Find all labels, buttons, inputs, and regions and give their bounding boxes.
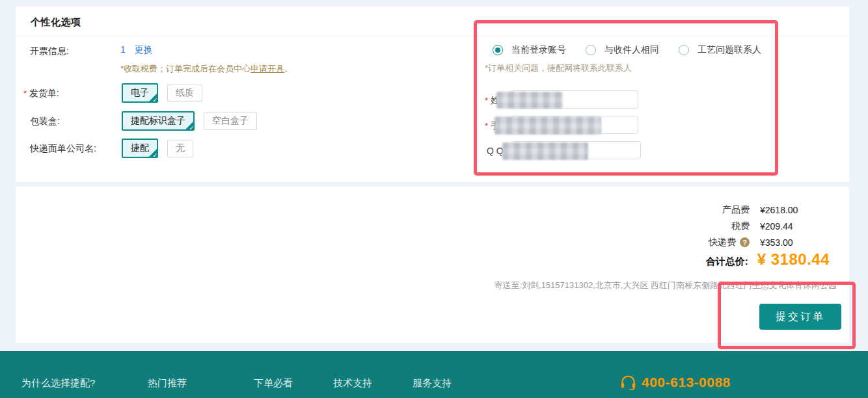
fee-label: 产品费 (622, 204, 750, 216)
checkout-page: 个性化选项 开票信息: 1更换 *收取税费；订单完成后在会员中心申请开具。 *发… (0, 0, 868, 398)
footer: 为什么选择捷配? 热门推荐 下单必看 技术支持 服务支持 400-613-008… (0, 351, 868, 398)
fee-list: 产品费 ¥2618.00 税费 ¥209.44 快递费 ? ¥353.00 (622, 202, 817, 250)
radio-label: 当前登录账号 (511, 44, 566, 56)
total-row: 合计总价: ¥ 3180.44 (706, 250, 830, 269)
submit-order-button[interactable]: 提交订单 (759, 304, 841, 330)
chip-label: 纸质 (176, 87, 194, 99)
radio-same-as-recipient[interactable]: 与收件人相同 (586, 44, 659, 56)
shipping-address: 寄送至:刘剑,15157131302,北京市,大兴区 西红门南桥东侧路北西红门生… (494, 280, 837, 291)
chip-label: 捷配 (131, 142, 149, 154)
radio-current-account[interactable]: 当前登录账号 (493, 44, 566, 56)
footer-link-why-jiepei[interactable]: 为什么选择捷配? (21, 377, 95, 390)
apply-invoice-link[interactable]: 申请开具 (251, 64, 284, 73)
headset-icon (620, 375, 636, 390)
shipping-slip-options: 电子 ✓ 纸质 (122, 83, 202, 103)
chip-label: 捷配标识盒子 (131, 115, 185, 127)
blurred-value (496, 92, 563, 109)
footer-link-order-must-read[interactable]: 下单必看 (254, 377, 293, 390)
radio-label: 与收件人相同 (604, 44, 659, 56)
required-mark: * (485, 121, 488, 131)
check-icon: ✓ (148, 93, 157, 102)
footer-link-hot-recommend[interactable]: 热门推荐 (148, 377, 187, 390)
required-mark: * (23, 88, 27, 98)
total-value: ¥ 3180.44 (757, 250, 830, 269)
service-phone-number: 400-613-0088 (642, 375, 731, 390)
fee-row-tax: 税费 ¥209.44 (622, 218, 817, 234)
fee-value: ¥2618.00 (760, 205, 817, 215)
radio-selected-icon (493, 45, 503, 55)
contact-note: *订单相关问题，捷配网将联系此联系人 (485, 62, 632, 74)
check-icon: ✓ (148, 148, 157, 157)
invoice-label: 开票信息: (30, 46, 69, 57)
question-icon[interactable]: ? (740, 237, 750, 247)
chip-jiepei[interactable]: 捷配 ✓ (122, 139, 158, 158)
packaging-box-options: 捷配标识盒子 ✓ 空白盒子 (122, 111, 257, 131)
shipping-slip-label: *发货单: (23, 88, 59, 100)
radio-label: 工艺问题联系人 (698, 44, 761, 56)
packaging-box-label: 包装盒: (30, 116, 60, 127)
radio-icon (679, 45, 689, 55)
invoice-note-suffix: 。 (284, 64, 293, 73)
fee-label: 快递费 ? (622, 237, 750, 248)
footer-link-tech-support[interactable]: 技术支持 (333, 377, 372, 390)
chip-label: 空白盒子 (212, 115, 249, 127)
invoice-count-link[interactable]: 1 (120, 44, 126, 55)
personalization-card: 个性化选项 开票信息: 1更换 *收取税费；订单完成后在会员中心申请开具。 *发… (16, 7, 849, 182)
qq-label-text: Q Q (487, 146, 504, 156)
courier-name-label: 快递面单公司名: (30, 143, 96, 155)
order-summary-card: 产品费 ¥2618.00 税费 ¥209.44 快递费 ? ¥353.00 合计… (16, 187, 849, 343)
shipping-slip-label-text: 发货单: (29, 88, 59, 98)
chip-none[interactable]: 无 (167, 140, 193, 157)
courier-name-label-text: 快递面单公司名: (30, 143, 96, 153)
service-phone-row: 400-613-0088 (620, 375, 731, 390)
blurred-value (502, 142, 588, 160)
fee-value: ¥353.00 (760, 237, 817, 248)
chip-branded-box[interactable]: 捷配标识盒子 ✓ (122, 111, 195, 131)
courier-name-options: 捷配 ✓ 无 (122, 139, 193, 158)
check-icon: ✓ (185, 121, 194, 130)
fee-row-shipping: 快递费 ? ¥353.00 (622, 234, 817, 250)
total-label: 合计总价: (706, 256, 748, 268)
chip-label: 无 (176, 142, 185, 154)
invoice-note-text: *收取税费；订单完成后在会员中心 (120, 64, 251, 73)
invoice-note: *收取税费；订单完成后在会员中心申请开具。 (120, 63, 293, 75)
blurred-value (495, 116, 601, 135)
divider (16, 36, 849, 36)
chip-paper[interactable]: 纸质 (167, 85, 202, 102)
footer-link-service-support[interactable]: 服务支持 (413, 377, 452, 390)
fee-label-text: 快递费 (709, 237, 736, 248)
fee-value: ¥209.44 (760, 221, 817, 232)
required-mark: * (485, 96, 488, 105)
section-title: 个性化选项 (31, 16, 81, 29)
chip-label: 电子 (131, 87, 149, 99)
invoice-change-link[interactable]: 更换 (135, 44, 153, 55)
fee-row-product: 产品费 ¥2618.00 (622, 202, 817, 218)
contact-radio-group: 当前登录账号 与收件人相同 工艺问题联系人 (493, 44, 761, 56)
invoice-value-row: 1更换 (120, 44, 153, 56)
radio-icon (586, 45, 596, 55)
qq-field-label: Q Q (487, 146, 504, 156)
chip-blank-box[interactable]: 空白盒子 (204, 113, 257, 130)
chip-electronic[interactable]: 电子 ✓ (122, 83, 158, 103)
packaging-box-label-text: 包装盒: (30, 116, 60, 126)
fee-label: 税费 (622, 220, 750, 232)
radio-process-contact[interactable]: 工艺问题联系人 (679, 44, 761, 56)
